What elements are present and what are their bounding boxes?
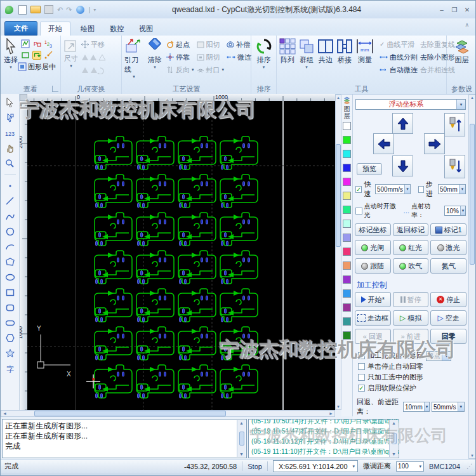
restore-button[interactable]: ❐ (450, 6, 459, 14)
seal-button[interactable]: 封口 ▾ (195, 64, 226, 76)
option-checkbox[interactable]: 只加工选中的图形 (353, 372, 468, 383)
message-log-scrollbar[interactable]: ▲▼ (237, 420, 246, 457)
pan-hand-tool-icon[interactable] (3, 142, 17, 155)
resize-grip[interactable]: ⋰ (466, 463, 473, 470)
show-order-123-icon[interactable]: 123 (44, 39, 53, 48)
option-checkbox[interactable]: ✓启用软限位保护 (353, 383, 468, 393)
file-log-scrollbar[interactable]: ▲▼ (389, 420, 398, 457)
layer-color-swatch[interactable] (343, 206, 351, 214)
new-file-icon[interactable] (17, 4, 27, 15)
layer-color-swatch[interactable] (343, 289, 351, 298)
dry-run-button[interactable]: ▷空走 (430, 310, 466, 326)
frame-button[interactable]: 走边框 (355, 310, 391, 326)
obround-tool-icon[interactable] (3, 316, 17, 329)
scroll-down-icon[interactable]: ▼ (336, 405, 340, 409)
micro-joint-button[interactable]: 微连 (225, 51, 253, 63)
inner-cut-button[interactable]: 阴切 (195, 51, 226, 63)
reverse-button[interactable]: 反向 ▾ (165, 64, 195, 76)
toggle-button[interactable]: 红光 (393, 240, 429, 255)
option-extra-select[interactable]: 终点▾ (426, 351, 451, 361)
forward-button[interactable]: »前进 (393, 329, 429, 344)
bridge-button[interactable]: 桥接 (335, 37, 354, 66)
jog-laser-checkbox[interactable]: 点动时开激光 (355, 202, 401, 220)
layer-color-swatch[interactable] (343, 150, 351, 158)
layer-color-swatch[interactable] (343, 275, 351, 284)
curve-split-button[interactable]: 曲线分割 (378, 51, 419, 63)
point-tool-icon[interactable] (3, 179, 17, 192)
home-button[interactable]: 回零 (430, 329, 466, 344)
rect-tool-icon[interactable] (3, 286, 17, 299)
layer-color-swatch[interactable] (343, 178, 351, 186)
more-dots-icon[interactable]: … (403, 208, 409, 215)
coordinate-system-select[interactable]: 浮动坐标系 ▾ (355, 99, 466, 110)
share-edge-button[interactable]: 共边 (316, 37, 335, 66)
toggle-button[interactable]: 氮气 (430, 258, 466, 274)
sort-button[interactable]: 排序 ▾ (255, 37, 274, 70)
dialog-launcher-icon[interactable] (52, 86, 58, 92)
group-button[interactable]: 群组 ▾ (297, 37, 316, 70)
redo-icon[interactable]: ↷ (66, 6, 72, 14)
layer-button[interactable]: 图层 (452, 37, 472, 66)
jog-down-button[interactable] (392, 155, 413, 176)
measure-button[interactable]: mm 测量 (354, 37, 376, 66)
fast-speed-select[interactable]: 500mm/s▾ (375, 184, 411, 194)
translate-button[interactable]: 平移 (80, 39, 109, 50)
h-scroll-thumb[interactable] (34, 411, 226, 416)
tab-home[interactable]: 开始 (40, 22, 70, 36)
tab-draw[interactable]: 绘图 (73, 22, 102, 36)
horizontal-scrollbar[interactable]: ◄ ► (1, 410, 335, 417)
distance-select[interactable]: 10mm▾ (403, 402, 430, 412)
mark-coord-button[interactable]: 标记坐标 (355, 223, 391, 236)
circle-tool-icon[interactable] (3, 225, 17, 238)
ellipse-tool-icon[interactable] (3, 270, 17, 284)
nozzle-up-button[interactable] (444, 113, 465, 136)
dock-button[interactable]: 停靠 (165, 51, 195, 63)
layer-color-swatch[interactable] (343, 331, 351, 340)
step-distance-select[interactable]: 50mm▾ (438, 184, 466, 194)
rounded-rect-tool-icon[interactable] (3, 301, 17, 314)
clear-button[interactable]: 清除 ▾ (145, 37, 165, 70)
layer-color-swatch[interactable] (343, 136, 351, 144)
layer-color-swatch[interactable] (343, 303, 351, 312)
panel-scroll-down-icon[interactable]: ▼ (470, 454, 474, 458)
layers-mini-icon[interactable] (342, 96, 352, 104)
v-scroll-thumb[interactable] (336, 144, 341, 247)
return-mark-button[interactable]: 返回标记 (393, 223, 429, 236)
curve-smooth-button[interactable]: ✓ 曲线平滑 (378, 39, 419, 50)
pause-button[interactable]: 暂停 (393, 292, 429, 307)
jog-up-button[interactable] (392, 113, 413, 134)
sequence-tool-icon[interactable]: 123 (3, 126, 17, 140)
layer-color-swatch[interactable] (343, 220, 351, 228)
toggle-button[interactable]: 吹气 (393, 258, 429, 274)
text-tool-icon[interactable]: 字 (3, 362, 17, 375)
toggle-button[interactable]: 激光 (430, 240, 466, 255)
update-orb-icon[interactable] (75, 4, 85, 15)
compensate-button[interactable]: 补偿 (225, 39, 253, 50)
layer-color-swatch[interactable] (343, 164, 351, 172)
star-tool-icon[interactable] (3, 347, 17, 360)
ribbon-collapse-icon[interactable]: ∧ (465, 22, 469, 28)
nozzle-down-button[interactable] (444, 155, 465, 178)
start-point-button[interactable]: 起点 (165, 39, 195, 50)
burst-power-select[interactable]: 10%▾ (444, 206, 466, 216)
array-button[interactable]: 阵列 (278, 37, 297, 66)
tab-file[interactable]: 文件 (4, 21, 37, 36)
polyline-tool-icon[interactable] (3, 209, 17, 223)
option-checkbox[interactable]: 单击停止自动回零 (353, 361, 468, 372)
polygon-tool-icon[interactable] (3, 255, 17, 268)
preview-button[interactable]: 预览 (357, 163, 382, 175)
layer-color-swatch[interactable] (343, 261, 351, 270)
scroll-right-icon[interactable]: ► (329, 411, 333, 416)
layer-color-swatch[interactable] (343, 317, 351, 326)
size-button[interactable]: 尺寸 ▾ (62, 37, 80, 69)
open-file-icon[interactable] (30, 4, 41, 15)
tab-cnc[interactable]: 数控 (102, 22, 131, 36)
start-button[interactable]: 开始* (355, 292, 391, 307)
stop-button[interactable]: ✕停止 (430, 292, 466, 307)
mark1-button[interactable]: 标记1 (430, 223, 466, 236)
select-tool-icon[interactable] (3, 96, 17, 109)
jog-right-button[interactable] (424, 133, 445, 154)
show-outline-icon[interactable] (21, 51, 30, 60)
canvas-vertical-scrollbar[interactable]: ▲ ▼ (335, 95, 341, 410)
layer-color-swatch[interactable] (343, 122, 351, 130)
